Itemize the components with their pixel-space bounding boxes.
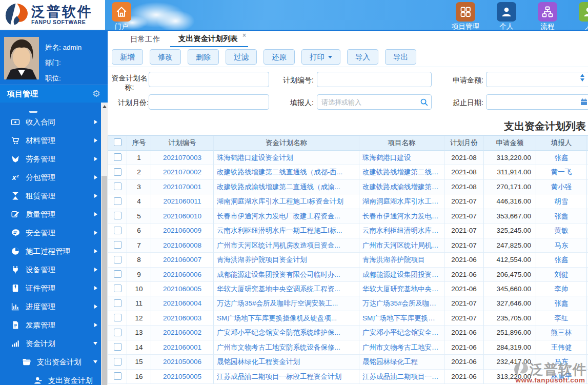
column-header[interactable]: 项目名称 bbox=[359, 136, 444, 151]
cell-project-name[interactable]: 湖南洞庭湖水库引水工程施工I标 bbox=[359, 194, 444, 209]
table-row[interactable]: 3 2021070001 改建铁路成渝线增建第二直通线（成渝... 改建铁路成渝… bbox=[108, 180, 588, 194]
sidebar-menu-item[interactable]: 进度管理 bbox=[0, 297, 108, 316]
plan-code-input[interactable] bbox=[317, 72, 432, 87]
cell-project-name[interactable]: 晟铭园林绿化工程 bbox=[359, 355, 444, 369]
tab-expense-fund-plan-list[interactable]: 支出资金计划列表 × bbox=[170, 31, 248, 47]
cell-plan-code[interactable]: 2021060002 bbox=[151, 326, 214, 340]
cell-plan-code[interactable]: 2021070001 bbox=[151, 180, 214, 194]
cell-project-name[interactable]: 珠海鹤港口建设 bbox=[359, 151, 444, 165]
row-checkbox[interactable] bbox=[114, 299, 121, 307]
scrollbar-thumb[interactable] bbox=[102, 176, 107, 385]
row-checkbox[interactable] bbox=[114, 241, 121, 249]
toolbar-button[interactable]: 导入 bbox=[347, 49, 378, 65]
column-header[interactable]: 填报人 bbox=[536, 136, 587, 151]
table-row[interactable]: 10 2021060005 华软大厦研究基地中央空调系统工程资... 华软大厦研… bbox=[108, 282, 588, 296]
cell-project-name[interactable]: 改建铁路线增建第二线直通线... bbox=[359, 165, 444, 179]
cell-fund-plan-name[interactable]: SM广场地下车库更换摄像机及硬盘项... bbox=[214, 311, 359, 326]
reporter-input[interactable] bbox=[317, 94, 432, 110]
cell-fund-plan-name[interactable]: 广州市文物考古工地安防系统设备保修... bbox=[214, 340, 359, 355]
cell-fund-plan-name[interactable]: 成都能源建设集团投资有限公司临时办... bbox=[214, 268, 359, 282]
sidebar-menu-item[interactable]: x² 分包管理 bbox=[0, 168, 108, 187]
toolbar-button[interactable]: 删除 bbox=[188, 49, 219, 65]
column-header[interactable]: 资金计划名称 bbox=[214, 136, 359, 151]
sidebar-menu-item[interactable]: 支出资金计划 bbox=[0, 353, 108, 371]
table-row[interactable]: 1 2021070003 珠海鹤港口建设资金计划 珠海鹤港口建设 2021-08… bbox=[108, 151, 588, 165]
sidebar-menu-item[interactable]: 材料管理 bbox=[0, 131, 108, 150]
cell-project-name[interactable]: 广州市文物考古工地安防系统... bbox=[359, 340, 444, 355]
cell-plan-code[interactable]: 2021060008 bbox=[151, 238, 214, 253]
table-row[interactable]: 9 2021060006 成都能源建设集团投资有限公司临时办... 成都能源建设… bbox=[108, 268, 588, 282]
cell-fund-plan-name[interactable]: 湖南洞庭湖水库引水工程施工I标资金计划 bbox=[214, 194, 359, 209]
table-row[interactable]: 6 2021060009 云南水利枢纽潜明水库一期工程施工I标... 云南水利枢… bbox=[108, 224, 588, 238]
row-checkbox[interactable] bbox=[114, 358, 121, 366]
cell-project-name[interactable]: 青海洪湖养护院项目 bbox=[359, 253, 444, 267]
row-checkbox[interactable] bbox=[114, 212, 121, 219]
cell-reporter[interactable]: 马东 bbox=[536, 355, 587, 369]
cell-project-name[interactable]: SM广场地下车库更换摄像机及... bbox=[359, 311, 444, 326]
cell-fund-plan-name[interactable]: 晟铭园林绿化工程资金计划 bbox=[214, 355, 359, 369]
sidebar-menu-item[interactable]: 质量管理 bbox=[0, 205, 108, 224]
apply-amount-input[interactable] bbox=[486, 72, 588, 87]
cell-reporter[interactable]: 张鑫 bbox=[536, 151, 587, 165]
cell-reporter[interactable]: 李帅 bbox=[536, 282, 587, 296]
cell-plan-code[interactable]: 2021070003 bbox=[151, 151, 214, 165]
gear-icon[interactable]: ⚙ bbox=[92, 89, 100, 98]
toolbar-button[interactable]: 修改 bbox=[150, 49, 181, 65]
scroll-up-icon[interactable] bbox=[101, 103, 108, 110]
cell-project-name[interactable]: 长春市伊通河水力发电厂改建... bbox=[359, 209, 444, 224]
fund-plan-name-input[interactable] bbox=[149, 72, 269, 87]
portal-nav-item[interactable]: 门户 bbox=[110, 2, 133, 31]
cell-project-name[interactable]: 云南水利枢纽潜明水库一期工... bbox=[359, 224, 444, 238]
sidebar-menu-item[interactable]: 劳务管理 bbox=[0, 150, 108, 168]
table-row[interactable]: 8 2021060007 青海洪湖养护院项目资金计划 青海洪湖养护院项目 202… bbox=[108, 253, 588, 267]
spin-up-icon[interactable] bbox=[580, 74, 584, 77]
row-checkbox[interactable] bbox=[114, 270, 121, 278]
cell-project-name[interactable]: 成都能源建设集团投资有限公... bbox=[359, 268, 444, 282]
topnav-item[interactable]: 个人 bbox=[492, 2, 521, 31]
cell-plan-code[interactable]: 2021050006 bbox=[151, 355, 214, 369]
plan-month-input[interactable] bbox=[149, 94, 269, 110]
row-checkbox[interactable] bbox=[114, 197, 121, 205]
cell-fund-plan-name[interactable]: 青海洪湖养护院项目资金计划 bbox=[214, 253, 359, 267]
cell-reporter[interactable]: 林康平 bbox=[536, 370, 587, 384]
cell-fund-plan-name[interactable]: 万达广场35#会所及咖啡厅空调安装工... bbox=[214, 296, 359, 311]
topnav-item[interactable]: 项目管理 bbox=[451, 2, 480, 31]
cell-reporter[interactable]: 黄敏 bbox=[536, 224, 587, 238]
row-checkbox[interactable] bbox=[114, 227, 121, 234]
table-row[interactable]: 16 2021050005 江苏成品油二期项目一标段工程资金计划 江苏成品油二期… bbox=[108, 370, 588, 384]
search-icon[interactable] bbox=[419, 97, 429, 107]
cell-plan-code[interactable]: 2021060001 bbox=[151, 340, 214, 355]
column-header[interactable]: 序号 bbox=[127, 136, 151, 151]
table-row[interactable]: 14 2021060001 广州市文物考古工地安防系统设备保修... 广州市文物… bbox=[108, 340, 588, 355]
cell-plan-code[interactable]: 2021060005 bbox=[151, 282, 214, 296]
sidebar-menu-item[interactable]: 施工过程管理 bbox=[0, 242, 108, 260]
spin-down-icon[interactable] bbox=[580, 78, 584, 82]
row-checkbox[interactable] bbox=[114, 285, 121, 292]
cell-reporter[interactable]: 胡雪 bbox=[536, 194, 587, 209]
table-row[interactable]: 12 2021060003 SM广场地下车库更换摄像机及硬盘项... SM广场地… bbox=[108, 311, 588, 326]
cell-fund-plan-name[interactable]: 珠海鹤港口建设资金计划 bbox=[214, 151, 359, 165]
table-row[interactable]: 13 2021060002 广安邓小平纪念馆安全防范系统维护保... 广安邓小平… bbox=[108, 326, 588, 340]
sidebar-scrollbar[interactable] bbox=[101, 103, 108, 385]
cell-fund-plan-name[interactable]: 改建铁路成渝线增建第二直通线（成渝... bbox=[214, 180, 359, 194]
cell-plan-code[interactable]: 2021060007 bbox=[151, 253, 214, 267]
cell-fund-plan-name[interactable]: 江苏成品油二期项目一标段工程资金计划 bbox=[214, 370, 359, 384]
toolbar-button[interactable]: 导出 bbox=[385, 49, 416, 65]
cell-project-name[interactable]: 华软大厦研究基地中央空调系... bbox=[359, 282, 444, 296]
toolbar-button[interactable]: 过滤 bbox=[226, 49, 257, 65]
cell-project-name[interactable]: 万达广场35#会所及咖啡厅空调... bbox=[359, 296, 444, 311]
cell-plan-code[interactable]: 2021070002 bbox=[151, 165, 214, 179]
cell-plan-code[interactable]: 2021060004 bbox=[151, 296, 214, 311]
cell-plan-code[interactable]: 2021060006 bbox=[151, 268, 214, 282]
number-spinner[interactable] bbox=[579, 74, 585, 82]
cell-reporter[interactable]: 马东 bbox=[536, 238, 587, 253]
table-row[interactable]: 2 2021070002 改建铁路线增建第二线直通线（成都-西... 改建铁路线… bbox=[108, 165, 588, 179]
sidebar-menu-item[interactable]: 资金计划 bbox=[0, 334, 108, 353]
column-header[interactable]: 计划编号 bbox=[151, 136, 214, 151]
table-row[interactable]: 15 2021050006 晟铭园林绿化工程资金计划 晟铭园林绿化工程 2021… bbox=[108, 355, 588, 369]
date-range-input[interactable] bbox=[486, 94, 588, 110]
table-row[interactable]: 4 2021060011 湖南洞庭湖水库引水工程施工I标资金计划 湖南洞庭湖水库… bbox=[108, 194, 588, 209]
table-row[interactable]: 5 2021060010 长春市伊通河水力发电厂改建工程资金... 长春市伊通河… bbox=[108, 209, 588, 224]
cell-reporter[interactable]: 张鑫 bbox=[536, 253, 587, 267]
row-checkbox[interactable] bbox=[114, 153, 121, 161]
